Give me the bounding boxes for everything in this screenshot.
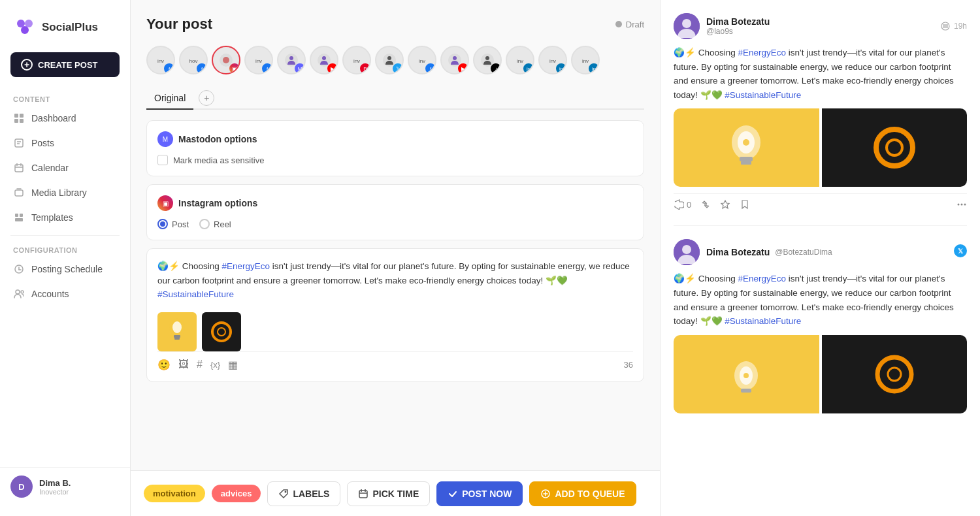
account-icon-fb2[interactable]: hov f xyxy=(179,46,208,74)
facebook-badge4: f xyxy=(425,63,436,74)
svg-point-81 xyxy=(958,204,960,206)
svg-text:𝕏: 𝕏 xyxy=(958,248,964,255)
svg-point-2 xyxy=(21,26,29,34)
post-now-button[interactable]: POST NOW xyxy=(436,481,523,506)
posts-label: Posts xyxy=(31,138,54,148)
preview-twitter-avatar xyxy=(674,239,700,265)
account-icon-li1[interactable]: inv in xyxy=(506,46,534,74)
sidebar-item-dashboard[interactable]: Dashboard xyxy=(0,106,130,131)
mark-sensitive-row: Mark media as sensitive xyxy=(157,155,633,165)
svg-rect-75 xyxy=(740,157,753,161)
preview-mastodon-actions: 0 xyxy=(674,193,967,210)
account-icon-tiktok[interactable]: ♪ xyxy=(473,46,502,74)
post-title: Your post xyxy=(146,16,212,33)
preview-twitter-name-handle: Dima Botezatu @BotezatuDima xyxy=(706,247,832,257)
emoji-icon[interactable]: 🙂 xyxy=(157,359,171,371)
instagram-post-option[interactable]: Post xyxy=(157,219,189,229)
account-icon-li3[interactable]: inv in xyxy=(571,46,600,74)
reply-button[interactable]: 0 xyxy=(674,199,691,210)
mark-sensitive-checkbox[interactable] xyxy=(157,155,168,165)
tab-add-button[interactable]: + xyxy=(199,90,214,106)
svg-text:hov: hov xyxy=(189,58,198,64)
preview-hashtag-sustainablefuture1: #SustainableFuture xyxy=(725,90,801,100)
account-icon-li2[interactable]: inv in xyxy=(538,46,567,74)
instagram-options-header: ▣ Instagram options xyxy=(157,195,633,211)
svg-rect-6 xyxy=(20,119,24,123)
account-icon-mastodon[interactable]: M xyxy=(277,46,306,74)
preview-twitter-img-bulb xyxy=(674,335,819,413)
account-icon-twitter[interactable]: 𝕏 xyxy=(375,46,404,74)
preview-post-mastodon: Dima Botezatu @lao9s 19h 🌍⚡ Choosing #En… xyxy=(674,13,967,210)
youtube-badge: ▶ xyxy=(327,63,338,74)
retweet-button[interactable] xyxy=(700,199,711,210)
config-section-label: Configuration xyxy=(0,241,130,257)
image-icon[interactable]: 🖼 xyxy=(178,359,189,370)
facebook-badge2: f xyxy=(197,63,207,74)
tag-advices[interactable]: advices xyxy=(212,485,261,502)
preview-twitter-text: 🌍⚡ Choosing #EnergyEco isn't just trendy… xyxy=(674,272,967,328)
instagram-post-radio[interactable] xyxy=(157,219,168,229)
sidebar-item-posts[interactable]: Posts xyxy=(0,131,130,155)
user-info: Dima B. Inovector xyxy=(39,478,71,496)
account-icon-fb3[interactable]: inv f xyxy=(244,46,273,74)
reel-label: Reel xyxy=(214,219,231,229)
preview-mastodon-handle: @lao9s xyxy=(706,27,770,36)
svg-rect-76 xyxy=(741,161,751,165)
preview-post-twitter: Dima Botezatu @BotezatuDima 𝕏 🌍⚡ Choosin… xyxy=(674,239,967,413)
svg-point-83 xyxy=(964,204,966,206)
svg-point-55 xyxy=(212,323,231,341)
bookmark-button[interactable] xyxy=(740,199,750,210)
hashtag-icon[interactable]: # xyxy=(197,359,203,370)
instagram-badge: ▣ xyxy=(229,63,240,74)
preview-twitter-user-info: Dima Botezatu @BotezatuDima xyxy=(674,239,832,265)
post-text-content[interactable]: 🌍⚡ Choosing #EnergyEco isn't just trendy… xyxy=(157,259,633,302)
create-post-button[interactable]: + CREATE POST xyxy=(10,52,120,77)
tab-original[interactable]: Original xyxy=(146,88,193,110)
preview-mastodon-user-info: Dima Botezatu @lao9s xyxy=(674,13,770,39)
star-button[interactable] xyxy=(720,199,730,210)
preview-mastodon-header: Dima Botezatu @lao9s 19h xyxy=(674,13,967,39)
draft-dot xyxy=(615,21,622,27)
content-section-label: Content xyxy=(0,90,130,106)
instagram-reel-option[interactable]: Reel xyxy=(199,219,231,229)
pick-time-button[interactable]: PICK TIME xyxy=(347,481,430,506)
svg-rect-14 xyxy=(15,190,23,196)
sidebar-item-accounts[interactable]: Accounts xyxy=(0,282,130,306)
account-icon-fb1[interactable]: inv f xyxy=(146,46,175,74)
grid-icon[interactable]: ▦ xyxy=(228,359,238,371)
svg-point-34 xyxy=(322,56,326,60)
sidebar-item-templates[interactable]: Templates xyxy=(0,205,130,230)
preview-hashtag-energyeco2: #EnergyEco xyxy=(738,274,787,283)
sidebar-item-posting-schedule[interactable]: Posting Schedule xyxy=(0,257,130,282)
sidebar-item-media-library[interactable]: Media Library xyxy=(0,180,130,205)
account-icon-pinterest[interactable]: inv P xyxy=(342,46,371,74)
preview-twitter-handle: @BotezatuDima xyxy=(775,248,832,257)
user-company: Inovector xyxy=(39,488,71,496)
preview-mastodon-timestamp: 19h xyxy=(954,22,967,31)
svg-rect-58 xyxy=(359,491,367,498)
preview-twitter-header: Dima Botezatu @BotezatuDima 𝕏 xyxy=(674,239,967,265)
sidebar-item-calendar[interactable]: Calendar xyxy=(0,155,130,180)
preview-mastodon-img-bulb xyxy=(674,108,819,187)
image-thumb-ring[interactable] xyxy=(202,312,241,351)
post-text-card: 🌍⚡ Choosing #EnergyEco isn't just trendy… xyxy=(146,248,644,382)
instagram-reel-radio[interactable] xyxy=(199,219,210,229)
account-icon-fb4[interactable]: inv f xyxy=(408,46,436,74)
preview-mastodon-img-ring xyxy=(822,108,968,187)
tag-motivation[interactable]: motivation xyxy=(144,485,205,502)
image-thumb-bulb[interactable] xyxy=(157,312,197,351)
linkedin-badge1: in xyxy=(523,63,534,74)
mastodon-options-header: M Mastodon options xyxy=(157,131,633,147)
account-icon-ig1[interactable]: ▣ xyxy=(212,46,240,74)
labels-button[interactable]: LABELS xyxy=(267,481,340,506)
more-options-button[interactable] xyxy=(956,199,967,210)
mastodon-platform-icon: M xyxy=(157,131,173,147)
variable-icon[interactable]: {x} xyxy=(210,360,220,370)
add-to-queue-button[interactable]: ADD TO QUEUE xyxy=(529,481,636,506)
media-library-label: Media Library xyxy=(31,187,87,198)
account-icon-yt1[interactable]: ▶ xyxy=(310,46,338,74)
svg-point-1 xyxy=(25,20,33,27)
svg-point-44 xyxy=(485,56,489,60)
templates-icon xyxy=(13,212,25,223)
account-icon-yt2[interactable]: ▶ xyxy=(440,46,469,74)
